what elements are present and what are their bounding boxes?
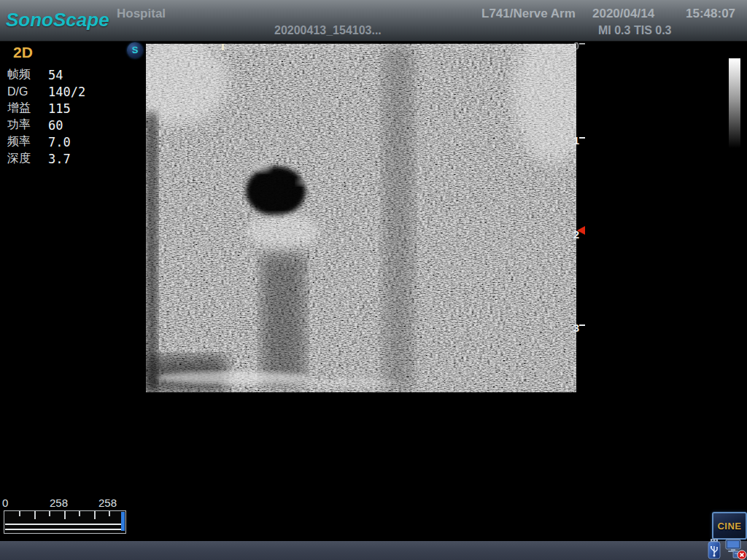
left-edge-shadow — [146, 113, 158, 392]
anechoic-structure — [246, 166, 306, 216]
param-row-depth: 深度 3.7 — [7, 150, 135, 167]
cine-progress-bar[interactable] — [4, 510, 126, 534]
top-bar: SonoScape Hospital 20200413_154103... L7… — [0, 0, 747, 42]
depth-tick-3 — [579, 324, 585, 326]
usb-drive-icon[interactable] — [706, 539, 722, 559]
mi-tis-indices: MI 0.3 TIS 0.3 — [598, 24, 671, 37]
cine-button-label: CINE — [717, 521, 741, 532]
depth-tick-0 — [579, 43, 585, 44]
param-row-gain: 增益 115 — [7, 100, 135, 117]
param-label: 增益 — [7, 101, 48, 116]
bright-rim-spot-2 — [296, 179, 308, 186]
cine-tick — [94, 511, 96, 519]
cine-button[interactable]: CINE — [712, 512, 747, 540]
depth-mark-3: 3 — [569, 322, 579, 334]
focus-position-marker[interactable] — [577, 226, 585, 235]
cine-tick — [49, 511, 50, 516]
cine-tick — [79, 511, 80, 516]
ultrasound-image — [146, 44, 576, 392]
cine-tick — [34, 511, 36, 519]
bottom-status-bar — [0, 541, 747, 560]
depth-tick-1 — [579, 137, 585, 139]
parameter-panel: 2D 帧频 54 D/G 140/2 增益 115 功率 60 频率 7.0 深… — [7, 44, 135, 167]
param-value: 54 — [48, 68, 63, 82]
param-row-power: 功率 60 — [7, 117, 135, 133]
system-date: 2020/04/14 — [592, 7, 654, 21]
probe-orientation-marker: S — [127, 42, 143, 58]
param-value: 140/2 — [48, 85, 85, 99]
param-value: 115 — [48, 101, 71, 116]
param-value: 60 — [48, 118, 63, 133]
depth-mark-0: 0 — [569, 39, 579, 52]
acoustic-shadow — [261, 254, 305, 385]
cine-tick — [19, 511, 20, 516]
sonoscape-logo: SonoScape — [6, 9, 109, 31]
posterior-enhancement — [247, 214, 320, 249]
param-value: 3.7 — [48, 152, 71, 166]
cine-tick — [64, 511, 66, 519]
param-row-dynamic-range: D/G 140/2 — [7, 83, 135, 100]
param-label: D/G — [7, 85, 48, 98]
bright-rim-spot — [254, 163, 271, 173]
probe-notch-mark — [222, 44, 224, 50]
param-label: 帧频 — [7, 67, 48, 82]
cine-end-label: 258 — [98, 497, 117, 509]
ultrasound-image-area[interactable] — [146, 44, 576, 392]
ultrasound-screen: SonoScape Hospital 20200413_154103... L7… — [0, 0, 747, 560]
param-label: 深度 — [7, 151, 48, 166]
cine-mid-label: 258 — [50, 497, 68, 509]
exam-file-name: 20200413_154103... — [274, 24, 382, 37]
param-row-frequency: 频率 7.0 — [7, 133, 135, 150]
cine-track-line — [5, 524, 125, 530]
bright-fascia-tail — [277, 378, 401, 387]
hospital-name: Hospital — [117, 7, 166, 21]
param-row-frame-rate: 帧频 54 — [7, 66, 135, 83]
network-status-icon[interactable] — [724, 538, 747, 560]
param-value: 7.0 — [48, 135, 71, 149]
system-time: 15:48:07 — [686, 7, 735, 21]
grayscale-bar — [729, 58, 740, 148]
cine-tick — [109, 511, 110, 516]
depth-mark-1: 1 — [569, 134, 579, 147]
cine-position-cursor[interactable] — [121, 512, 125, 531]
dark-band — [383, 44, 414, 392]
near-field-band — [146, 44, 576, 49]
param-label: 功率 — [7, 117, 48, 133]
cine-start-label: 0 — [2, 497, 8, 509]
param-label: 频率 — [7, 134, 48, 149]
probe-preset: L741/Nerve Arm — [481, 7, 576, 21]
mode-label: 2D — [13, 44, 135, 61]
